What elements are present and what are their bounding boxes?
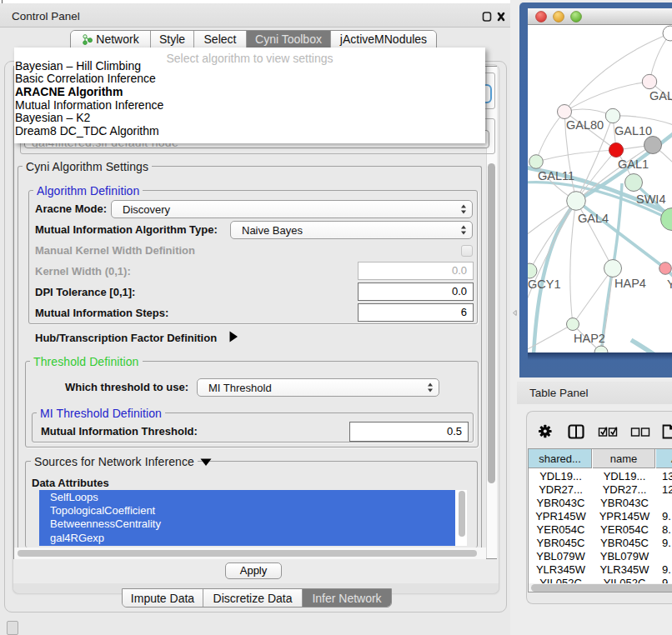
svg-text:GAL1: GAL1 — [618, 158, 649, 171]
svg-text:GAL10: GAL10 — [614, 124, 652, 138]
svg-text:HAP4: HAP4 — [614, 277, 646, 290]
svg-text:SWI4: SWI4 — [636, 192, 665, 206]
svg-text:GAL80: GAL80 — [566, 118, 604, 132]
svg-text:GAL2: GAL2 — [649, 89, 672, 102]
svg-text:GCY1: GCY1 — [528, 278, 561, 291]
svg-text:Y: Y — [667, 278, 672, 291]
svg-text:HAP2: HAP2 — [574, 332, 605, 345]
svg-text:GAL4: GAL4 — [578, 212, 609, 225]
svg-text:GAL11: GAL11 — [538, 169, 574, 182]
